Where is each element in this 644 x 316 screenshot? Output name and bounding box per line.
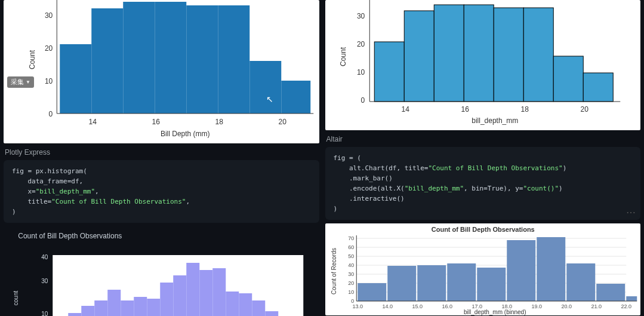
code-line: fig = px.histogram( [12, 167, 87, 175]
ytick: 10 [45, 77, 53, 85]
svg-text:10: 10 [348, 289, 354, 295]
svg-rect-33 [494, 8, 523, 102]
svg-text:22.0: 22.0 [621, 303, 631, 309]
ytick: 10 [41, 311, 48, 316]
ytick: 30 [45, 11, 53, 20]
xtick: 14 [89, 118, 97, 126]
xtick: 18 [215, 118, 224, 126]
xtick: 16 [461, 105, 469, 113]
svg-rect-29 [374, 42, 404, 102]
svg-rect-35 [553, 56, 583, 102]
chart-title: Count of Bill Depth Observations [18, 232, 122, 240]
svg-rect-20 [173, 275, 186, 316]
svg-text:13.0: 13.0 [352, 303, 363, 309]
svg-text:21.0: 21.0 [591, 303, 602, 309]
svg-text:16.0: 16.0 [442, 303, 452, 309]
svg-rect-2 [123, 2, 155, 113]
bars [374, 5, 613, 102]
xtick: 16 [152, 118, 161, 126]
xlabel: bill_depth_mm (binned) [463, 309, 526, 315]
code-line: title="Count of Bill Depth Observations"… [28, 198, 190, 205]
svg-text:70: 70 [348, 235, 354, 241]
svg-text:14.0: 14.0 [382, 303, 393, 309]
bars [60, 2, 310, 113]
svg-rect-4 [186, 5, 218, 113]
xtick: 18 [520, 105, 529, 113]
svg-rect-0 [60, 44, 91, 113]
svg-rect-56 [387, 266, 416, 301]
chart-altair[interactable]: Count of Bill Depth Observations 0 10 20 [325, 223, 641, 315]
svg-rect-23 [212, 268, 226, 316]
code-line: .encode(alt.X("bill_depth_mm", bin=True)… [349, 185, 563, 192]
chart-altair-svg: Count of Bill Depth Observations 0 10 20 [325, 223, 641, 315]
ytick: 40 [41, 254, 48, 260]
ytick: 30 [41, 278, 48, 284]
svg-rect-21 [186, 263, 199, 316]
collect-badge-label: 采集 [11, 78, 24, 87]
ytick: 20 [45, 44, 53, 53]
svg-rect-5 [218, 5, 249, 113]
left-column: 采集 ↖ 0 10 20 30 Count [4, 0, 319, 316]
svg-rect-22 [199, 270, 212, 316]
svg-text:20: 20 [348, 280, 354, 286]
svg-rect-18 [147, 299, 160, 316]
svg-rect-34 [523, 8, 553, 102]
svg-rect-62 [566, 263, 595, 301]
code-line: data_frame=df, [28, 177, 84, 185]
chart-seaborn-svg: 0 10 20 30 Count [325, 0, 641, 130]
svg-text:20.0: 20.0 [561, 303, 572, 309]
svg-rect-26 [252, 300, 265, 316]
svg-rect-14 [94, 300, 107, 316]
svg-rect-15 [107, 290, 121, 316]
svg-rect-19 [160, 283, 173, 316]
svg-rect-63 [596, 284, 625, 301]
code-altair[interactable]: fig = ( alt.Chart(df, title="Count of Bi… [325, 147, 641, 220]
svg-text:15.0: 15.0 [412, 303, 423, 309]
ytick: 10 [356, 68, 365, 76]
caption-altair: Altair [326, 135, 641, 143]
ylabel: count [13, 291, 19, 306]
svg-rect-1 [91, 8, 123, 113]
collect-badge[interactable]: 采集 [7, 76, 34, 88]
svg-rect-24 [226, 292, 239, 316]
svg-rect-3 [155, 2, 186, 113]
chart-matplotlib[interactable]: 采集 ↖ 0 10 20 30 Count [4, 0, 319, 143]
ytick: 0 [49, 110, 53, 118]
chart-plotly-svg: Count of Bill Depth Observations 10 30 4… [4, 226, 319, 316]
svg-rect-55 [358, 283, 386, 301]
xtick: 20 [279, 118, 287, 126]
ylabel: Count of Records [331, 248, 337, 294]
svg-text:30: 30 [348, 271, 354, 277]
code-line: ) [12, 208, 16, 216]
code-line: alt.Chart(df, title="Count of Bill Depth… [349, 164, 566, 172]
code-plotly-express[interactable]: fig = px.histogram( data_frame=df, x="bi… [4, 160, 319, 223]
ytick: 30 [356, 12, 365, 20]
right-column: ☰ 0 10 20 30 Count [325, 0, 641, 316]
svg-rect-64 [626, 296, 637, 301]
svg-rect-16 [121, 300, 134, 316]
chart-matplotlib-svg: 0 10 20 30 Count [4, 0, 319, 143]
xlabel: bill_depth_mm [472, 116, 518, 125]
ytick: 0 [360, 96, 365, 105]
caption-plotly-express: Plotly Express [5, 148, 319, 157]
chart-title: Count of Bill Depth Observations [431, 226, 534, 233]
code-line: ) [334, 205, 338, 213]
chart-seaborn[interactable]: 0 10 20 30 Count [325, 0, 641, 130]
svg-text:40: 40 [348, 262, 354, 268]
svg-rect-12 [68, 313, 81, 316]
svg-text:50: 50 [348, 253, 354, 259]
svg-text:60: 60 [348, 244, 354, 250]
svg-rect-7 [281, 81, 310, 113]
svg-rect-32 [464, 5, 494, 102]
chart-plotly[interactable]: Count of Bill Depth Observations 10 30 4… [4, 226, 319, 316]
svg-rect-25 [239, 293, 252, 316]
svg-rect-58 [447, 263, 476, 301]
code-line: .mark_bar() [349, 174, 393, 182]
ylabel: Count [28, 50, 36, 69]
more-icon[interactable]: ⋯ [626, 207, 636, 218]
bars [358, 237, 637, 301]
svg-rect-57 [417, 265, 446, 301]
code-line: x="bill_depth_mm", [28, 188, 99, 195]
svg-rect-36 [583, 73, 613, 102]
svg-rect-17 [134, 297, 147, 316]
